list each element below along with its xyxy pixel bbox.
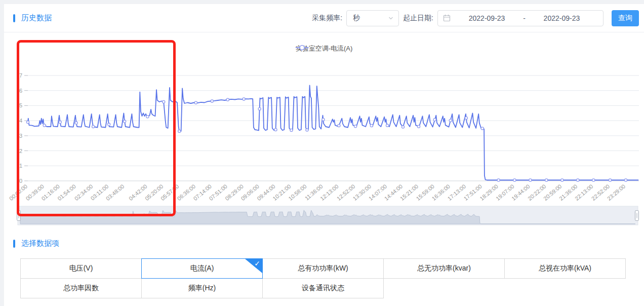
svg-text:7: 7 [19, 72, 22, 79]
selector-accent-bar [13, 240, 15, 248]
history-chart-area: 实验室空调-电流(A) 0123456700:00:0000:39:0001:1… [4, 32, 644, 233]
end-date-value[interactable]: 2022-09-23 [526, 14, 598, 22]
svg-text:0: 0 [19, 178, 22, 184]
data-item-label: 总视在功率(kVA) [539, 264, 591, 273]
chart-legend[interactable]: 实验室空调-电流(A) [296, 44, 353, 53]
data-item-cell[interactable]: 总视在功率(kVA) [504, 258, 626, 279]
svg-text:6: 6 [19, 88, 22, 94]
data-item-cell[interactable]: 电压(V) [20, 258, 142, 279]
chevron-down-icon [388, 15, 394, 21]
svg-text:3: 3 [19, 133, 22, 139]
data-item-label: 总无功功率(kvar) [417, 264, 471, 273]
data-item-label: 频率(Hz) [188, 284, 216, 293]
table-row: 总功率因数频率(Hz)设备通讯状态 [20, 278, 644, 298]
selector-title: 选择数据项 [13, 239, 644, 248]
query-controls: 采集频率: 秒 起止日期: 2022-09-23 - 2022-09-23 [312, 10, 639, 26]
empty-cell [504, 278, 626, 298]
data-item-label: 总有功功率(kW) [298, 264, 348, 273]
data-item-label: 电压(V) [69, 264, 93, 273]
frequency-label: 采集频率: [312, 14, 342, 23]
query-button[interactable]: 查询 [612, 10, 639, 26]
data-zoom-slider[interactable] [17, 206, 639, 225]
date-range-picker[interactable]: 2022-09-23 - 2022-09-23 [437, 10, 603, 26]
check-icon: ✓ [254, 259, 260, 267]
data-item-cell[interactable]: 频率(Hz) [141, 278, 263, 298]
frequency-value: 秒 [353, 14, 360, 23]
data-item-cell[interactable]: 总功率因数 [20, 278, 142, 298]
data-item-label: 总功率因数 [63, 284, 99, 293]
svg-text:00:00:00: 00:00:00 [8, 183, 29, 202]
series-markers [26, 98, 627, 181]
table-row: 电压(V)电流(A)✓总有功功率(kW)总无功功率(kvar)总视在功率(kVA… [20, 258, 644, 279]
line-chart-canvas[interactable]: 0123456700:00:0000:39:0001:16:0001:54:00… [4, 32, 644, 233]
title-accent-bar [13, 14, 15, 22]
data-item-label: 设备通讯状态 [302, 284, 344, 293]
svg-text:2: 2 [19, 148, 22, 154]
data-item-table: 电压(V)电流(A)✓总有功功率(kW)总无功功率(kvar)总视在功率(kVA… [20, 258, 644, 298]
empty-cell [383, 278, 505, 298]
selector-title-text: 选择数据项 [21, 239, 59, 248]
data-item-label: 电流(A) [190, 264, 214, 273]
plot-grid: 0123456700:00:0000:39:0001:16:0001:54:00… [8, 72, 639, 202]
date-range-label: 起止日期: [403, 14, 433, 23]
start-date-value[interactable]: 2022-09-23 [451, 14, 523, 22]
data-item-cell[interactable]: 总无功功率(kvar) [383, 258, 505, 279]
data-item-cell[interactable]: 总有功功率(kW) [262, 258, 384, 279]
page-title: 历史数据 [13, 13, 52, 23]
zoom-handle-right[interactable] [635, 211, 639, 221]
zoom-handle-left[interactable] [17, 211, 21, 221]
svg-text:5: 5 [19, 102, 22, 108]
frequency-select[interactable]: 秒 [346, 10, 399, 26]
header-row: 历史数据 采集频率: 秒 起止日期: 2022-09-23 - 20 [4, 4, 644, 32]
main-panel: 历史数据 采集频率: 秒 起止日期: 2022-09-23 - 20 [4, 4, 644, 306]
svg-text:01:54:00: 01:54:00 [56, 183, 77, 202]
legend-line-marker-icon [296, 44, 309, 51]
calendar-icon [443, 14, 451, 22]
page-title-text: 历史数据 [21, 13, 52, 23]
data-item-cell[interactable]: 电流(A)✓ [141, 258, 263, 279]
data-item-cell[interactable]: 设备通讯状态 [262, 278, 384, 298]
svg-text:1: 1 [19, 163, 22, 169]
svg-text:4: 4 [19, 118, 22, 124]
